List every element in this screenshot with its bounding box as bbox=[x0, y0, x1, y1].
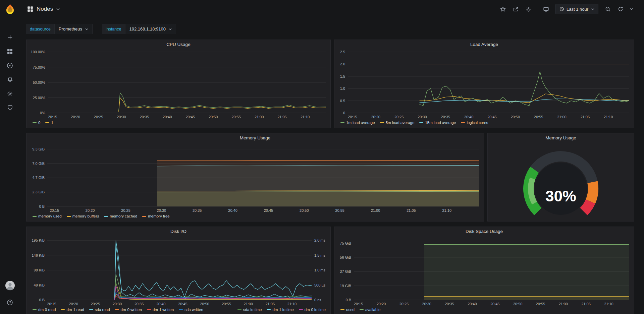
svg-text:20:55: 20:55 bbox=[335, 208, 344, 212]
svg-text:20:50: 20:50 bbox=[513, 302, 523, 306]
nav-actions: Last 1 hour bbox=[498, 4, 634, 14]
refresh-interval-chevron-icon[interactable] bbox=[629, 4, 634, 14]
svg-text:20:35: 20:35 bbox=[135, 302, 144, 306]
apps-grid-icon[interactable] bbox=[27, 6, 33, 12]
legend-item[interactable]: 1 bbox=[45, 121, 53, 125]
legend-item[interactable]: memory used bbox=[33, 214, 62, 218]
svg-text:21:05: 21:05 bbox=[277, 115, 287, 119]
svg-text:21:00: 21:00 bbox=[255, 115, 264, 119]
legend-item[interactable]: logical cores bbox=[461, 121, 488, 125]
sidebar-item-create[interactable] bbox=[3, 30, 17, 44]
variable-datasource: datasource Prometheus bbox=[26, 24, 93, 34]
svg-text:20:45: 20:45 bbox=[178, 302, 187, 306]
legend-item[interactable]: memory buffers bbox=[67, 214, 99, 218]
legend-swatch bbox=[147, 309, 151, 310]
svg-text:20:15: 20:15 bbox=[48, 115, 57, 119]
legend-item[interactable]: 15m load average bbox=[419, 121, 456, 125]
memory-usage-chart: 0 B2.3 GiB4.7 GiB7.0 GiB9.3 GiB20:1520:2… bbox=[26, 143, 484, 213]
legend-item[interactable]: dm-1 io time bbox=[267, 308, 293, 312]
datasource-value: Prometheus bbox=[59, 26, 82, 32]
legend-item[interactable]: 5m load average bbox=[380, 121, 415, 125]
svg-text:20:50: 20:50 bbox=[200, 302, 209, 306]
panel-title[interactable]: Disk I/O bbox=[26, 227, 330, 236]
sidebar-item-help[interactable] bbox=[3, 295, 17, 309]
legend-label: dm-0 io time bbox=[305, 308, 326, 312]
svg-text:20:35: 20:35 bbox=[445, 302, 454, 306]
datasource-dropdown[interactable]: Prometheus bbox=[54, 24, 93, 34]
legend-swatch bbox=[33, 122, 37, 123]
panel-title[interactable]: Memory Usage bbox=[26, 133, 484, 143]
user-avatar[interactable] bbox=[3, 278, 17, 293]
refresh-icon[interactable] bbox=[616, 4, 625, 14]
svg-text:1.0: 1.0 bbox=[340, 86, 345, 90]
instance-dropdown[interactable]: 192.168.1.18:9100 bbox=[125, 24, 176, 34]
star-icon[interactable] bbox=[498, 4, 508, 14]
legend-item[interactable]: dm-1 read bbox=[61, 308, 84, 312]
legend-item[interactable]: 1m load average bbox=[340, 121, 375, 125]
legend-swatch bbox=[33, 216, 37, 217]
time-range-picker[interactable]: Last 1 hour bbox=[555, 4, 598, 14]
panel-load-average: Load Average 00.51.01.52.02.520:1520:202… bbox=[334, 40, 634, 128]
legend-item[interactable]: dm-1 written bbox=[147, 308, 174, 312]
panel-memory-usage: Memory Usage 0 B2.3 GiB4.7 GiB7.0 GiB9.3… bbox=[26, 133, 484, 222]
svg-text:20:20: 20:20 bbox=[377, 302, 386, 306]
sidebar-item-dashboards[interactable] bbox=[3, 44, 17, 58]
legend-item[interactable]: sda io time bbox=[237, 308, 262, 312]
sidebar-item-explore[interactable] bbox=[3, 58, 17, 72]
svg-text:20:15: 20:15 bbox=[354, 302, 363, 306]
legend-item[interactable]: used bbox=[340, 308, 355, 312]
legend-label: logical cores bbox=[467, 121, 488, 125]
legend-swatch bbox=[237, 309, 241, 310]
legend-label: memory buffers bbox=[72, 214, 99, 218]
explore-compass-icon bbox=[7, 62, 13, 69]
avatar-icon bbox=[5, 280, 15, 291]
svg-text:0 B: 0 B bbox=[39, 204, 45, 208]
legend-swatch bbox=[61, 309, 65, 310]
legend-item[interactable]: memory cached bbox=[104, 214, 137, 218]
legend-item[interactable]: sda written bbox=[179, 308, 203, 312]
svg-text:20:30: 20:30 bbox=[117, 115, 126, 119]
legend-label: 5m load average bbox=[386, 121, 415, 125]
svg-text:75 GiB: 75 GiB bbox=[340, 241, 351, 245]
panel-title[interactable]: CPU Usage bbox=[26, 40, 330, 49]
svg-text:2.3 GiB: 2.3 GiB bbox=[32, 190, 45, 194]
panel-title[interactable]: Disk Space Usage bbox=[334, 227, 634, 236]
legend-label: 1m load average bbox=[346, 121, 375, 125]
svg-text:30%: 30% bbox=[545, 187, 576, 205]
svg-text:75.00%: 75.00% bbox=[33, 65, 46, 69]
sidebar-item-server-admin[interactable] bbox=[3, 101, 17, 115]
time-range-label: Last 1 hour bbox=[567, 7, 588, 12]
cycle-view-monitor-icon[interactable] bbox=[541, 4, 551, 14]
svg-text:0: 0 bbox=[343, 111, 345, 115]
legend-label: sda read bbox=[95, 308, 110, 312]
legend-item[interactable]: dm-0 written bbox=[115, 308, 142, 312]
svg-text:20:25: 20:25 bbox=[399, 302, 409, 306]
svg-text:500 µs: 500 µs bbox=[314, 283, 326, 287]
legend-item[interactable]: memory free bbox=[142, 214, 170, 218]
svg-text:100.00%: 100.00% bbox=[31, 50, 46, 54]
sidebar-item-alerting[interactable] bbox=[3, 72, 17, 86]
svg-text:2.0: 2.0 bbox=[340, 62, 345, 66]
grafana-logo[interactable] bbox=[3, 3, 17, 16]
svg-text:0.5: 0.5 bbox=[340, 99, 345, 103]
svg-text:21:05: 21:05 bbox=[407, 208, 416, 212]
svg-text:50.00%: 50.00% bbox=[33, 80, 46, 84]
sidebar-item-configuration[interactable] bbox=[3, 86, 17, 101]
svg-text:1.5 ms: 1.5 ms bbox=[314, 253, 326, 257]
dashboard-title[interactable]: Nodes bbox=[37, 6, 53, 12]
zoom-out-icon[interactable] bbox=[603, 4, 612, 14]
panel-title[interactable]: Load Average bbox=[334, 40, 634, 49]
share-icon[interactable] bbox=[511, 4, 521, 14]
legend-item[interactable]: 0 bbox=[33, 121, 40, 125]
legend-item[interactable]: available bbox=[360, 308, 380, 312]
legend-item[interactable]: dm-0 io time bbox=[299, 308, 326, 312]
load-average-legend: 1m load average5m load average15m load a… bbox=[334, 120, 634, 128]
svg-text:21:10: 21:10 bbox=[604, 302, 613, 306]
panel-disk-space-usage: Disk Space Usage 0 B19 GiB37 GiB56 GiB75… bbox=[334, 227, 634, 314]
dashboard-settings-icon[interactable] bbox=[524, 4, 533, 14]
legend-item[interactable]: sda read bbox=[89, 308, 110, 312]
legend-item[interactable]: dm-0 read bbox=[33, 308, 56, 312]
panel-title[interactable]: Memory Usage bbox=[488, 133, 634, 143]
chevron-down-icon[interactable] bbox=[56, 8, 60, 10]
top-navbar: Nodes Last 1 hour bbox=[20, 0, 644, 18]
